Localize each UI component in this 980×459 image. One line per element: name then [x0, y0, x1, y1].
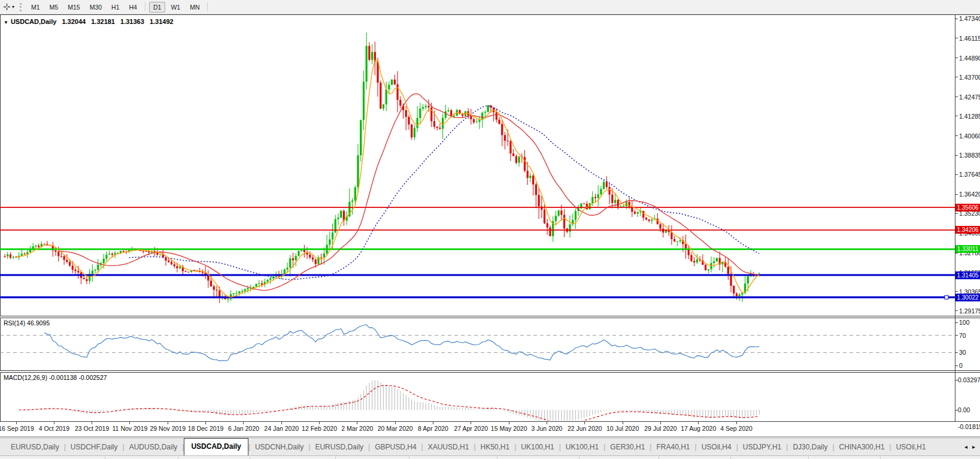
tab-eurusd-daily[interactable]: EURUSD,Daily: [6, 439, 64, 455]
tab-ger30-h1[interactable]: GER30,H1: [605, 439, 650, 455]
symbol-tabs: EURUSD,Daily|USDCHF,Daily|AUDUSD,Daily|U…: [0, 438, 960, 455]
tab-uk100-h1[interactable]: UK100,H1: [516, 439, 559, 455]
status-strip-divider: [579, 457, 579, 459]
status-strip-divider: [178, 457, 178, 459]
tab-uk100-h1[interactable]: UK100,H1: [561, 439, 603, 455]
timeframe-button-h4[interactable]: H4: [125, 2, 141, 13]
tab-usdchf-daily[interactable]: USDCHF,Daily: [66, 439, 123, 455]
rsi-line: [44, 325, 759, 361]
timeframe-button-m5[interactable]: M5: [45, 2, 63, 13]
tab-eurusd-daily[interactable]: EURUSD,Daily: [310, 439, 368, 455]
status-strip-divider: [335, 457, 336, 459]
tab-china300-h1[interactable]: CHINA300,H1: [835, 439, 890, 455]
tab-scroll-right-button[interactable]: ▸: [972, 443, 975, 450]
status-strip-divider: [250, 457, 250, 459]
cursor-tool-button[interactable]: ▾: [3, 3, 14, 11]
crosshair-icon: [3, 3, 11, 11]
tab-dj30-daily[interactable]: DJ30,Daily: [788, 439, 832, 455]
tab-scroll-arrows: ◂ ▸: [960, 438, 980, 455]
chart-window: ▼USDCAD,Daily 1.32044 1.32181 1.31363 1.…: [0, 14, 980, 437]
tab-usdcnh-daily[interactable]: USDCNH,Daily: [250, 439, 308, 455]
status-strip-divider: [730, 457, 731, 459]
status-strip: [0, 455, 980, 459]
timeframe-button-mn[interactable]: MN: [186, 2, 204, 13]
timeframe-button-d1[interactable]: D1: [149, 2, 165, 13]
timeframe-button-m15[interactable]: M15: [63, 2, 84, 13]
status-strip-divider: [497, 457, 497, 459]
timeframe-button-h1[interactable]: H1: [107, 2, 123, 13]
timeframe-button-m1[interactable]: M1: [27, 2, 44, 13]
tab-usoil-h4[interactable]: USOil,H4: [697, 439, 736, 455]
price-axis[interactable]: [16, 14, 958, 424]
chart-plot-area[interactable]: [0, 14, 980, 437]
tab-hk50-h1[interactable]: HK50,H1: [476, 439, 515, 455]
ma-fast-line: [16, 60, 759, 297]
status-strip-divider: [880, 457, 881, 459]
status-strip-divider: [105, 457, 105, 459]
candlesticks: [4, 32, 760, 303]
tab-usdcad-daily[interactable]: USDCAD,Daily: [184, 438, 248, 455]
tab-fra40-h1[interactable]: FRA40,H1: [651, 439, 694, 455]
panel-borders: [0, 15, 980, 437]
tab-audusd-daily[interactable]: AUDUSD,Daily: [125, 439, 183, 455]
tab-xauusd-h1[interactable]: XAUUSD,H1: [423, 439, 474, 455]
status-strip-divider: [808, 457, 809, 459]
toolbar-separator: [145, 2, 145, 11]
tab-scroll-left-button[interactable]: ◂: [964, 443, 967, 450]
tab-gbpusd-h4[interactable]: GBPUSD,H4: [370, 439, 421, 455]
macd-histogram: [19, 380, 760, 425]
tab-usdjpy-h1[interactable]: USDJPY,H1: [738, 439, 786, 455]
symbol-tab-bar: EURUSD,Daily|USDCHF,Daily|AUDUSD,Daily|U…: [0, 437, 980, 455]
timeframe-button-m30[interactable]: M30: [86, 2, 106, 13]
timeframe-toolbar: ▾ M1M5M15M30H1H4D1W1MN: [0, 0, 980, 14]
dropdown-caret-icon[interactable]: ▾: [12, 4, 14, 10]
toolbar-grip-handle[interactable]: [20, 3, 22, 11]
tab-usoil-h1[interactable]: USOil,H1: [891, 439, 931, 455]
line-drag-handle[interactable]: [945, 295, 948, 299]
toolbar-separator: [207, 2, 208, 11]
ma-slow-line: [129, 105, 760, 279]
status-strip-divider: [659, 457, 659, 459]
timeframe-button-w1[interactable]: W1: [166, 2, 184, 13]
status-strip-divider: [409, 457, 409, 459]
